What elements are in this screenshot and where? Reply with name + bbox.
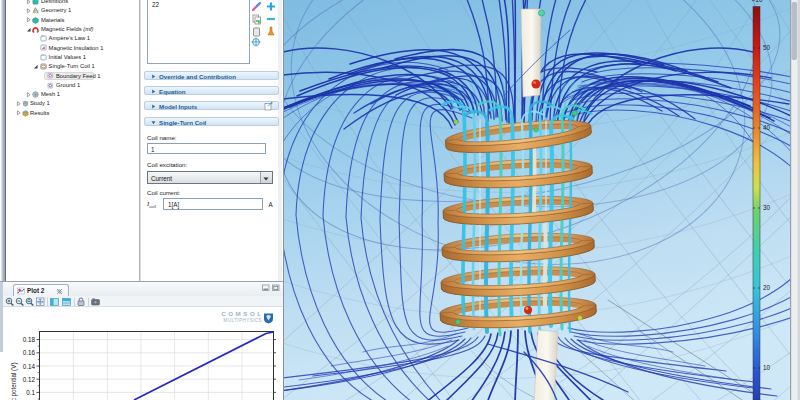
svg-text:30: 30 (763, 204, 771, 211)
svg-text:40: 40 (763, 124, 771, 131)
svg-text:50: 50 (763, 44, 771, 51)
svg-text:×10: ×10 (751, 0, 762, 3)
svg-text:20: 20 (763, 284, 771, 291)
svg-text:10: 10 (763, 364, 771, 371)
